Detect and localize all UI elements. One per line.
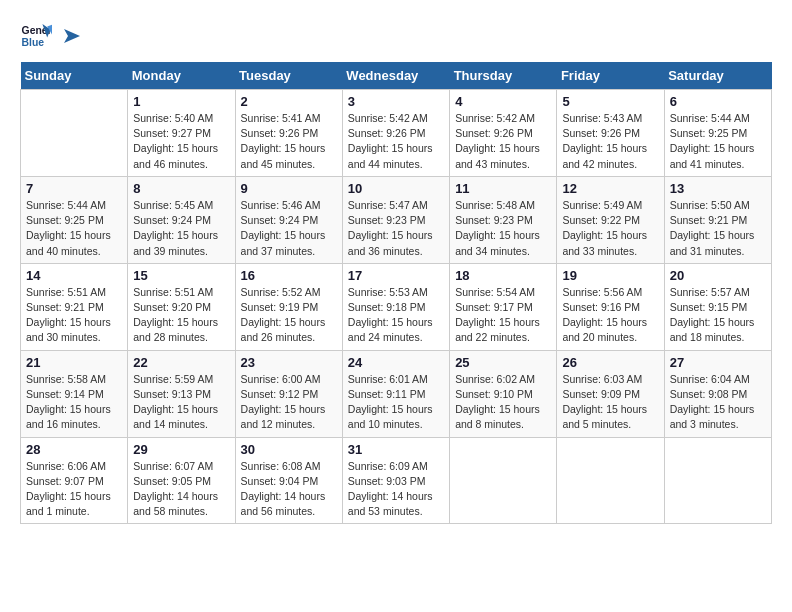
day-content: Sunrise: 5:44 AM Sunset: 9:25 PM Dayligh… [26,198,122,259]
day-content: Sunrise: 6:02 AM Sunset: 9:10 PM Dayligh… [455,372,551,433]
calendar-cell: 30Sunrise: 6:08 AM Sunset: 9:04 PM Dayli… [235,437,342,524]
day-content: Sunrise: 6:09 AM Sunset: 9:03 PM Dayligh… [348,459,444,520]
day-number: 9 [241,181,337,196]
calendar-cell: 17Sunrise: 5:53 AM Sunset: 9:18 PM Dayli… [342,263,449,350]
calendar-cell: 31Sunrise: 6:09 AM Sunset: 9:03 PM Dayli… [342,437,449,524]
day-number: 20 [670,268,766,283]
day-content: Sunrise: 5:44 AM Sunset: 9:25 PM Dayligh… [670,111,766,172]
weekday-header-wednesday: Wednesday [342,62,449,90]
calendar-cell [21,90,128,177]
day-number: 19 [562,268,658,283]
day-content: Sunrise: 6:07 AM Sunset: 9:05 PM Dayligh… [133,459,229,520]
weekday-header-sunday: Sunday [21,62,128,90]
header: General Blue [20,20,772,52]
day-content: Sunrise: 5:51 AM Sunset: 9:21 PM Dayligh… [26,285,122,346]
calendar-cell: 16Sunrise: 5:52 AM Sunset: 9:19 PM Dayli… [235,263,342,350]
day-content: Sunrise: 6:03 AM Sunset: 9:09 PM Dayligh… [562,372,658,433]
calendar-cell: 13Sunrise: 5:50 AM Sunset: 9:21 PM Dayli… [664,176,771,263]
calendar-cell: 14Sunrise: 5:51 AM Sunset: 9:21 PM Dayli… [21,263,128,350]
day-number: 18 [455,268,551,283]
calendar-cell: 12Sunrise: 5:49 AM Sunset: 9:22 PM Dayli… [557,176,664,263]
calendar-cell [450,437,557,524]
calendar-cell: 23Sunrise: 6:00 AM Sunset: 9:12 PM Dayli… [235,350,342,437]
calendar-cell: 20Sunrise: 5:57 AM Sunset: 9:15 PM Dayli… [664,263,771,350]
day-number: 4 [455,94,551,109]
day-number: 1 [133,94,229,109]
calendar-cell: 25Sunrise: 6:02 AM Sunset: 9:10 PM Dayli… [450,350,557,437]
day-number: 6 [670,94,766,109]
weekday-header-tuesday: Tuesday [235,62,342,90]
calendar-week-row: 7Sunrise: 5:44 AM Sunset: 9:25 PM Daylig… [21,176,772,263]
logo-icon: General Blue [20,20,52,52]
day-number: 11 [455,181,551,196]
day-number: 28 [26,442,122,457]
day-number: 12 [562,181,658,196]
svg-marker-4 [64,29,80,43]
calendar-cell: 15Sunrise: 5:51 AM Sunset: 9:20 PM Dayli… [128,263,235,350]
day-content: Sunrise: 5:58 AM Sunset: 9:14 PM Dayligh… [26,372,122,433]
day-number: 26 [562,355,658,370]
day-content: Sunrise: 6:08 AM Sunset: 9:04 PM Dayligh… [241,459,337,520]
calendar-week-row: 14Sunrise: 5:51 AM Sunset: 9:21 PM Dayli… [21,263,772,350]
weekday-header-thursday: Thursday [450,62,557,90]
day-number: 25 [455,355,551,370]
day-content: Sunrise: 5:49 AM Sunset: 9:22 PM Dayligh… [562,198,658,259]
day-number: 7 [26,181,122,196]
day-content: Sunrise: 5:57 AM Sunset: 9:15 PM Dayligh… [670,285,766,346]
day-content: Sunrise: 5:42 AM Sunset: 9:26 PM Dayligh… [348,111,444,172]
calendar-cell [557,437,664,524]
calendar-cell: 28Sunrise: 6:06 AM Sunset: 9:07 PM Dayli… [21,437,128,524]
day-number: 23 [241,355,337,370]
calendar-cell: 6Sunrise: 5:44 AM Sunset: 9:25 PM Daylig… [664,90,771,177]
weekday-header-saturday: Saturday [664,62,771,90]
calendar-cell: 22Sunrise: 5:59 AM Sunset: 9:13 PM Dayli… [128,350,235,437]
day-content: Sunrise: 5:52 AM Sunset: 9:19 PM Dayligh… [241,285,337,346]
day-number: 13 [670,181,766,196]
day-content: Sunrise: 5:42 AM Sunset: 9:26 PM Dayligh… [455,111,551,172]
logo-arrow-icon [60,25,82,47]
day-content: Sunrise: 5:46 AM Sunset: 9:24 PM Dayligh… [241,198,337,259]
calendar-cell: 21Sunrise: 5:58 AM Sunset: 9:14 PM Dayli… [21,350,128,437]
calendar-cell: 10Sunrise: 5:47 AM Sunset: 9:23 PM Dayli… [342,176,449,263]
day-content: Sunrise: 5:43 AM Sunset: 9:26 PM Dayligh… [562,111,658,172]
day-content: Sunrise: 5:54 AM Sunset: 9:17 PM Dayligh… [455,285,551,346]
day-content: Sunrise: 5:53 AM Sunset: 9:18 PM Dayligh… [348,285,444,346]
day-content: Sunrise: 5:51 AM Sunset: 9:20 PM Dayligh… [133,285,229,346]
calendar-cell: 7Sunrise: 5:44 AM Sunset: 9:25 PM Daylig… [21,176,128,263]
calendar-cell: 3Sunrise: 5:42 AM Sunset: 9:26 PM Daylig… [342,90,449,177]
day-content: Sunrise: 5:50 AM Sunset: 9:21 PM Dayligh… [670,198,766,259]
calendar-cell: 11Sunrise: 5:48 AM Sunset: 9:23 PM Dayli… [450,176,557,263]
day-number: 2 [241,94,337,109]
calendar-week-row: 28Sunrise: 6:06 AM Sunset: 9:07 PM Dayli… [21,437,772,524]
day-number: 3 [348,94,444,109]
day-content: Sunrise: 6:06 AM Sunset: 9:07 PM Dayligh… [26,459,122,520]
day-number: 8 [133,181,229,196]
calendar-cell: 19Sunrise: 5:56 AM Sunset: 9:16 PM Dayli… [557,263,664,350]
calendar-table: SundayMondayTuesdayWednesdayThursdayFrid… [20,62,772,524]
calendar-cell: 26Sunrise: 6:03 AM Sunset: 9:09 PM Dayli… [557,350,664,437]
calendar-cell: 29Sunrise: 6:07 AM Sunset: 9:05 PM Dayli… [128,437,235,524]
calendar-cell: 1Sunrise: 5:40 AM Sunset: 9:27 PM Daylig… [128,90,235,177]
day-number: 24 [348,355,444,370]
calendar-cell: 27Sunrise: 6:04 AM Sunset: 9:08 PM Dayli… [664,350,771,437]
calendar-cell: 9Sunrise: 5:46 AM Sunset: 9:24 PM Daylig… [235,176,342,263]
day-content: Sunrise: 6:00 AM Sunset: 9:12 PM Dayligh… [241,372,337,433]
day-content: Sunrise: 5:41 AM Sunset: 9:26 PM Dayligh… [241,111,337,172]
day-number: 27 [670,355,766,370]
calendar-cell: 4Sunrise: 5:42 AM Sunset: 9:26 PM Daylig… [450,90,557,177]
day-number: 22 [133,355,229,370]
day-content: Sunrise: 5:45 AM Sunset: 9:24 PM Dayligh… [133,198,229,259]
day-number: 31 [348,442,444,457]
day-number: 16 [241,268,337,283]
day-number: 15 [133,268,229,283]
calendar-cell: 24Sunrise: 6:01 AM Sunset: 9:11 PM Dayli… [342,350,449,437]
calendar-week-row: 21Sunrise: 5:58 AM Sunset: 9:14 PM Dayli… [21,350,772,437]
day-number: 10 [348,181,444,196]
weekday-header-friday: Friday [557,62,664,90]
day-number: 30 [241,442,337,457]
day-content: Sunrise: 5:56 AM Sunset: 9:16 PM Dayligh… [562,285,658,346]
day-content: Sunrise: 5:40 AM Sunset: 9:27 PM Dayligh… [133,111,229,172]
day-content: Sunrise: 5:48 AM Sunset: 9:23 PM Dayligh… [455,198,551,259]
day-number: 14 [26,268,122,283]
weekday-header-monday: Monday [128,62,235,90]
